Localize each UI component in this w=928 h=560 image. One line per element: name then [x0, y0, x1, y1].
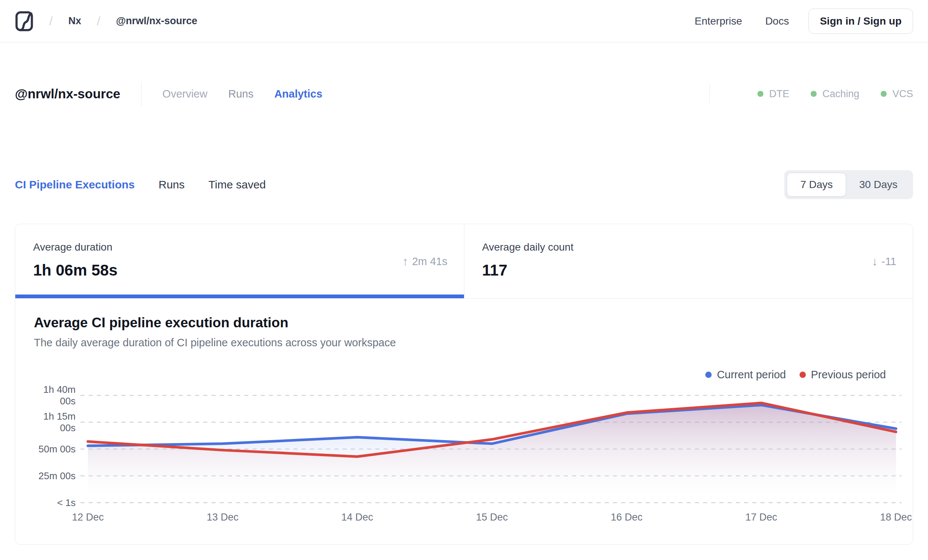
x-axis-tick-label: 17 Dec — [746, 511, 778, 523]
stat-card-average-duration[interactable]: Average duration 1h 06m 58s ↑ 2m 41s — [15, 224, 464, 298]
x-axis-tick-label: 15 Dec — [476, 511, 508, 523]
tab-ci-pipeline-executions[interactable]: CI Pipeline Executions — [15, 179, 135, 191]
range-option-7-days[interactable]: 7 Days — [787, 173, 846, 197]
divider — [141, 82, 142, 106]
duration-chart-svg — [81, 392, 904, 504]
x-axis-tick-label: 13 Dec — [207, 511, 239, 523]
selected-card-indicator — [15, 294, 464, 298]
legend-dot-icon — [705, 372, 712, 378]
status-dot-icon — [811, 91, 817, 97]
arrow-down-icon: ↓ — [872, 254, 878, 268]
chart-x-axis: 12 Dec13 Dec14 Dec15 Dec16 Dec17 Dec18 D… — [81, 511, 904, 526]
stat-label: Average duration — [33, 241, 446, 253]
tab-analytics[interactable]: Analytics — [275, 88, 322, 100]
chart-title: Average CI pipeline execution duration — [34, 315, 288, 331]
stat-label: Average daily count — [482, 241, 895, 253]
y-axis-tick-label: < 1s — [15, 497, 76, 509]
analytics-tabs: CI Pipeline Executions Runs Time saved — [15, 179, 266, 191]
chart-subtitle: The daily average duration of CI pipelin… — [34, 337, 396, 349]
status-badge-vcs: VCS — [881, 88, 913, 100]
nx-cloud-logo-icon — [15, 11, 34, 32]
y-axis-tick-label: 1h 15m 00s — [15, 411, 76, 434]
legend-dot-icon — [800, 372, 806, 378]
nx-cloud-logo[interactable] — [15, 11, 34, 32]
range-option-30-days[interactable]: 30 Days — [846, 173, 911, 196]
status-label: Caching — [822, 88, 859, 100]
chart-section: Average CI pipeline execution duration T… — [15, 299, 913, 544]
stat-value: 1h 06m 58s — [33, 261, 446, 279]
breadcrumb-separator: / — [97, 14, 100, 28]
date-range-toggle: 7 Days 30 Days — [784, 170, 913, 199]
legend-label: Previous period — [811, 369, 886, 381]
status-badge-caching: Caching — [811, 88, 859, 100]
stat-card-average-daily-count[interactable]: Average daily count 117 ↓ -11 — [464, 224, 913, 298]
x-axis-tick-label: 12 Dec — [72, 511, 104, 523]
area-fill-previous — [88, 403, 896, 503]
status-label: VCS — [892, 88, 913, 100]
tab-time-saved[interactable]: Time saved — [209, 179, 266, 191]
analytics-tabs-row: CI Pipeline Executions Runs Time saved 7… — [0, 170, 928, 200]
stat-delta: ↑ 2m 41s — [402, 254, 447, 268]
tab-analytics-runs[interactable]: Runs — [159, 179, 185, 191]
chart-y-axis: 1h 40m 00s1h 15m 00s50m 00s25m 00s< 1s — [15, 392, 76, 504]
tab-overview[interactable]: Overview — [162, 88, 208, 100]
ci-pipeline-panel: Average duration 1h 06m 58s ↑ 2m 41s Ave… — [15, 224, 913, 545]
stat-delta: ↓ -11 — [872, 254, 896, 268]
divider — [710, 84, 710, 103]
stat-cards-row: Average duration 1h 06m 58s ↑ 2m 41s Ave… — [15, 224, 913, 299]
top-navigation-bar: / Nx / @nrwl/nx-source Enterprise Docs S… — [0, 0, 928, 43]
workspace-header: @nrwl/nx-source Overview Runs Analytics … — [0, 80, 928, 108]
breadcrumb-separator: / — [49, 14, 52, 28]
sign-in-button[interactable]: Sign in / Sign up — [809, 9, 913, 34]
breadcrumb-org[interactable]: Nx — [68, 15, 81, 27]
breadcrumb-workspace[interactable]: @nrwl/nx-source — [116, 15, 197, 27]
y-axis-tick-label: 1h 40m 00s — [15, 384, 76, 407]
legend-item-current-period[interactable]: Current period — [705, 369, 786, 381]
y-axis-tick-label: 50m 00s — [15, 444, 76, 455]
status-badge-dte: DTE — [757, 88, 789, 100]
status-label: DTE — [769, 88, 789, 100]
enterprise-link[interactable]: Enterprise — [694, 15, 742, 27]
workspace-status-badges: DTE Caching VCS — [710, 84, 913, 103]
x-axis-tick-label: 16 Dec — [611, 511, 643, 523]
tab-runs[interactable]: Runs — [228, 88, 253, 100]
status-dot-icon — [757, 91, 763, 97]
stat-value: 117 — [482, 261, 895, 279]
workspace-tabs: Overview Runs Analytics — [162, 88, 322, 100]
stat-delta-value: -11 — [881, 255, 896, 267]
x-axis-tick-label: 18 Dec — [880, 511, 912, 523]
chart-plot-area — [81, 392, 904, 504]
workspace-title: @nrwl/nx-source — [15, 86, 120, 101]
docs-link[interactable]: Docs — [765, 15, 789, 27]
arrow-up-icon: ↑ — [402, 254, 408, 268]
status-dot-icon — [881, 91, 887, 97]
x-axis-tick-label: 14 Dec — [342, 511, 374, 523]
stat-delta-value: 2m 41s — [412, 255, 447, 267]
y-axis-tick-label: 25m 00s — [15, 470, 76, 482]
legend-label: Current period — [717, 369, 786, 381]
chart-legend: Current period Previous period — [705, 369, 886, 381]
legend-item-previous-period[interactable]: Previous period — [800, 369, 886, 381]
